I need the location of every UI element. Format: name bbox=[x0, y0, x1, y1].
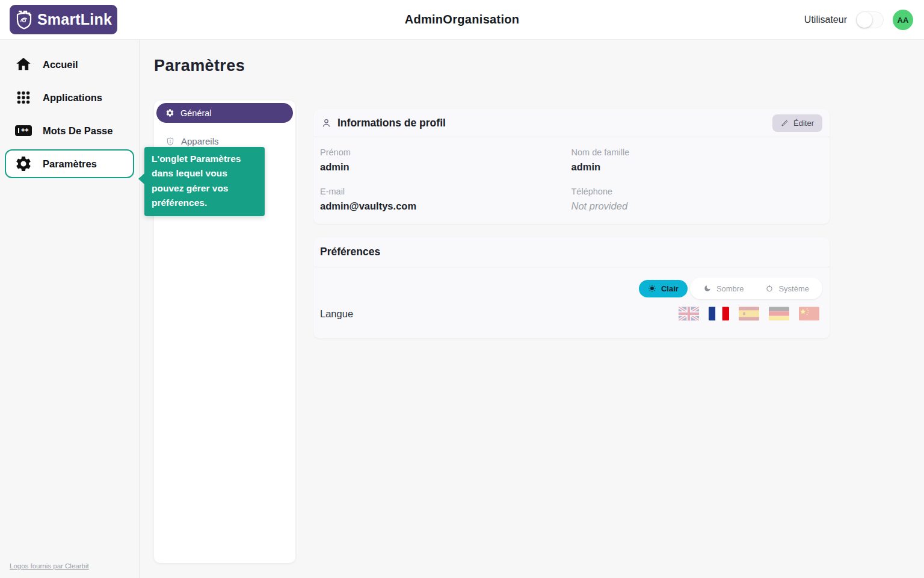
preferences-card: Préférences Clair bbox=[313, 237, 830, 338]
theme-option-label: Système bbox=[778, 284, 809, 293]
field-nom-de-famille: Nom de famille admin bbox=[571, 148, 823, 173]
profile-info-card: Informations de profil Éditer Prénom adm… bbox=[313, 109, 830, 224]
sidebar-item-parametres[interactable]: Paramètres bbox=[5, 149, 134, 178]
sidebar-item-label: Applications bbox=[43, 92, 102, 104]
page-title: Paramètres bbox=[154, 57, 245, 75]
page-header-title: AdminOrganisation bbox=[0, 13, 924, 26]
app-header: SmartLink AdminOrganisation Utilisateur … bbox=[0, 0, 924, 40]
subnav-tab-general[interactable]: Général bbox=[156, 103, 293, 123]
moon-icon bbox=[703, 284, 712, 293]
field-label: E-mail bbox=[320, 187, 571, 196]
subnav-tab-label: Appareils bbox=[181, 136, 219, 146]
clearbit-credit-link[interactable]: Logos fournis par Clearbit bbox=[10, 562, 89, 570]
shield-icon bbox=[165, 137, 175, 146]
field-telephone: Téléphone Not provided bbox=[571, 187, 823, 212]
flag-de-icon[interactable] bbox=[769, 306, 789, 321]
theme-option-systeme[interactable]: Système bbox=[754, 278, 820, 299]
tooltip-text: L'onglet Paramètres dans lequel vous pou… bbox=[152, 154, 241, 208]
preferences-title: Préférences bbox=[313, 237, 830, 267]
main-content: Paramètres Général Appareils A bbox=[140, 40, 924, 578]
field-value: admin bbox=[571, 161, 823, 173]
field-label: Prénom bbox=[320, 148, 571, 157]
onboarding-tooltip: L'onglet Paramètres dans lequel vous pou… bbox=[144, 147, 265, 216]
avatar[interactable]: AA bbox=[893, 10, 913, 30]
flag-fr-icon[interactable] bbox=[709, 306, 729, 321]
sidebar: Accueil Applications ** Mots De Passe Pa… bbox=[0, 40, 140, 578]
edit-button-label: Éditer bbox=[793, 119, 814, 128]
edit-profile-button[interactable]: Éditer bbox=[772, 114, 822, 132]
apps-grid-icon bbox=[14, 89, 32, 107]
flag-gb-icon[interactable] bbox=[679, 306, 699, 321]
field-value: admin@vaultys.com bbox=[320, 200, 571, 212]
toggle-knob-icon bbox=[857, 12, 872, 28]
profile-title-text: Informations de profil bbox=[337, 117, 446, 129]
user-label: Utilisateur bbox=[804, 14, 847, 25]
theme-row: Clair Sombre bbox=[313, 273, 830, 304]
language-label: Langue bbox=[320, 308, 353, 320]
theme-toggle[interactable] bbox=[856, 11, 884, 28]
pencil-icon bbox=[781, 119, 789, 127]
gear-icon bbox=[14, 155, 32, 173]
svg-text:**: ** bbox=[21, 127, 29, 135]
theme-option-sombre[interactable]: Sombre bbox=[692, 278, 755, 299]
subnav-tab-label: Général bbox=[180, 108, 212, 118]
sun-icon bbox=[648, 284, 656, 293]
field-value: Not provided bbox=[571, 200, 823, 212]
flag-es-icon[interactable] bbox=[739, 306, 759, 321]
theme-option-label: Clair bbox=[661, 284, 679, 293]
sidebar-item-label: Accueil bbox=[43, 59, 78, 70]
flag-cn-icon[interactable] bbox=[799, 306, 819, 321]
field-email: E-mail admin@vaultys.com bbox=[320, 187, 571, 212]
system-icon bbox=[765, 284, 774, 293]
theme-switcher: Sombre Système bbox=[690, 278, 822, 299]
field-label: Téléphone bbox=[571, 187, 823, 196]
sidebar-item-applications[interactable]: Applications bbox=[5, 83, 134, 112]
gear-icon bbox=[165, 108, 174, 117]
theme-option-clair[interactable]: Clair bbox=[639, 280, 688, 297]
sidebar-item-accueil[interactable]: Accueil bbox=[5, 50, 134, 79]
theme-option-label: Sombre bbox=[716, 284, 744, 293]
field-prenom: Prénom admin bbox=[320, 148, 571, 173]
person-icon bbox=[321, 117, 332, 129]
profile-card-title: Informations de profil bbox=[321, 117, 446, 129]
language-row: Langue bbox=[313, 306, 830, 321]
field-label: Nom de famille bbox=[571, 148, 823, 157]
password-icon: ** bbox=[14, 122, 32, 140]
language-flags bbox=[679, 306, 819, 321]
sidebar-item-label: Mots De Passe bbox=[43, 125, 112, 137]
subnav-tab-appareils[interactable]: Appareils bbox=[165, 136, 293, 146]
field-value: admin bbox=[320, 161, 571, 173]
sidebar-item-mots-de-passe[interactable]: ** Mots De Passe bbox=[5, 116, 134, 145]
sidebar-item-label: Paramètres bbox=[43, 158, 97, 170]
home-icon bbox=[14, 55, 32, 73]
